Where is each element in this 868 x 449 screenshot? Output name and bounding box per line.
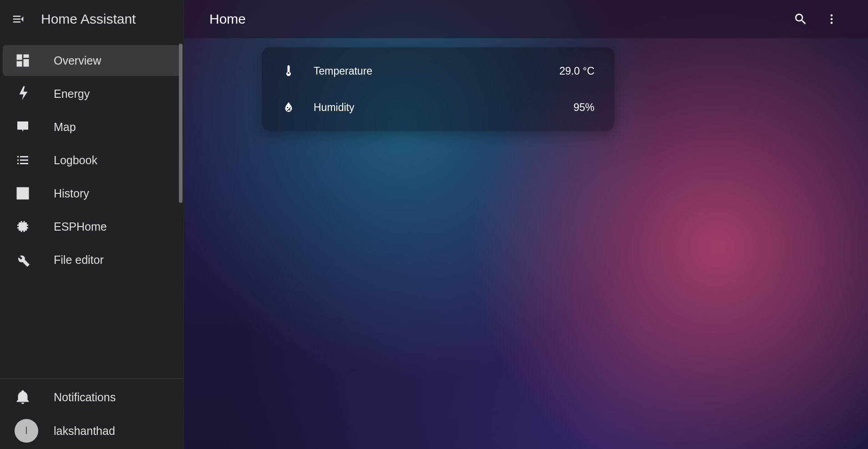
bolt-icon xyxy=(15,86,31,102)
entity-value: 29.0 °C xyxy=(559,65,594,77)
sidebar-item-notifications[interactable]: Notifications xyxy=(3,382,181,413)
sidebar-item-label: Energy xyxy=(54,87,90,101)
map-pin-icon xyxy=(15,119,31,135)
sidebar-item-label: Notifications xyxy=(54,391,116,404)
content: Temperature 29.0 °C Humidity 95% xyxy=(184,38,868,140)
entity-name: Humidity xyxy=(314,101,354,114)
overflow-menu-button[interactable] xyxy=(821,8,843,30)
entity-row-humidity[interactable]: Humidity 95% xyxy=(262,89,614,126)
sidebar-item-label: Map xyxy=(54,121,76,134)
sidebar-item-history[interactable]: History xyxy=(3,178,181,209)
humidity-icon xyxy=(282,101,295,114)
sidebar-item-label: Overview xyxy=(54,54,101,67)
search-button[interactable] xyxy=(790,8,812,30)
search-icon xyxy=(793,12,808,26)
topbar: Home xyxy=(184,0,868,38)
sidebar-item-user[interactable]: l lakshanthad xyxy=(3,415,181,446)
app-root: Home Assistant Overview Energy Map Logbo… xyxy=(0,0,868,449)
sidebar: Home Assistant Overview Energy Map Logbo… xyxy=(0,0,184,449)
avatar: l xyxy=(15,419,38,443)
wrench-icon xyxy=(15,252,31,268)
sidebar-item-overview[interactable]: Overview xyxy=(3,45,181,76)
entity-row-temperature[interactable]: Temperature 29.0 °C xyxy=(262,53,614,89)
collapse-sidebar-button[interactable] xyxy=(9,10,27,28)
sidebar-item-map[interactable]: Map xyxy=(3,111,181,142)
svg-point-0 xyxy=(831,15,833,17)
sidebar-item-label: ESPHome xyxy=(54,220,107,233)
entities-card: Temperature 29.0 °C Humidity 95% xyxy=(262,47,614,131)
main: Home Temperature 29.0 °C Humidity xyxy=(184,0,868,449)
app-title: Home Assistant xyxy=(41,11,136,27)
entity-name: Temperature xyxy=(314,65,372,77)
entity-value: 95% xyxy=(574,101,594,114)
dots-vertical-icon xyxy=(825,13,838,25)
bell-icon xyxy=(15,389,31,405)
sidebar-item-label: History xyxy=(54,187,89,200)
sidebar-nav: Overview Energy Map Logbook History ESPH… xyxy=(0,38,183,378)
thermometer-icon xyxy=(282,64,295,78)
svg-point-2 xyxy=(831,22,833,24)
avatar-initial: l xyxy=(25,425,28,437)
chart-box-icon xyxy=(15,185,31,202)
page-title: Home xyxy=(209,11,246,27)
dashboard-icon xyxy=(15,52,31,69)
sidebar-item-energy[interactable]: Energy xyxy=(3,78,181,109)
chip-icon xyxy=(15,218,31,235)
sidebar-item-esphome[interactable]: ESPHome xyxy=(3,211,181,242)
sidebar-footer: Notifications l lakshanthad xyxy=(0,379,183,449)
sidebar-item-file-editor[interactable]: File editor xyxy=(3,244,181,275)
sidebar-item-label: Logbook xyxy=(54,154,97,167)
sidebar-header: Home Assistant xyxy=(0,0,183,38)
user-name: lakshanthad xyxy=(54,424,115,438)
list-icon xyxy=(15,152,31,168)
sidebar-item-logbook[interactable]: Logbook xyxy=(3,145,181,176)
svg-point-1 xyxy=(831,18,833,20)
menu-open-icon xyxy=(11,12,25,26)
sidebar-item-label: File editor xyxy=(54,253,104,267)
